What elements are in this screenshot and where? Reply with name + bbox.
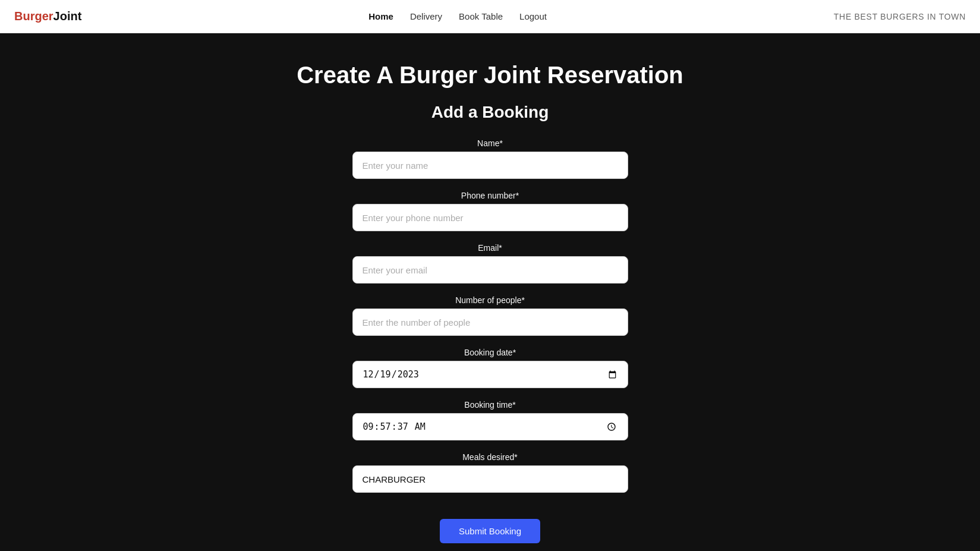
- logo: BurgerJoint: [14, 10, 81, 23]
- people-group: Number of people*: [352, 295, 628, 336]
- booking-form: Name* Phone number* Email* Number of peo…: [352, 138, 628, 543]
- email-group: Email*: [352, 243, 628, 284]
- main-content: Create A Burger Joint Reservation Add a …: [0, 33, 980, 551]
- page-title: Create A Burger Joint Reservation: [297, 62, 683, 89]
- name-input[interactable]: [352, 152, 628, 179]
- form-section-title: Add a Booking: [431, 103, 549, 122]
- phone-group: Phone number*: [352, 191, 628, 231]
- name-label: Name*: [352, 138, 628, 148]
- logo-joint: Joint: [53, 10, 82, 23]
- date-group: Booking date*: [352, 348, 628, 388]
- nav-home[interactable]: Home: [368, 11, 393, 21]
- time-input[interactable]: [352, 413, 628, 440]
- name-group: Name*: [352, 138, 628, 179]
- email-input[interactable]: [352, 256, 628, 284]
- phone-input[interactable]: [352, 204, 628, 231]
- time-label: Booking time*: [352, 400, 628, 410]
- nav-book-table[interactable]: Book Table: [459, 11, 503, 21]
- nav-logout[interactable]: Logout: [519, 11, 547, 21]
- people-input[interactable]: [352, 308, 628, 336]
- email-label: Email*: [352, 243, 628, 253]
- nav-links: Home Delivery Book Table Logout: [368, 11, 547, 21]
- people-label: Number of people*: [352, 295, 628, 305]
- meals-label: Meals desired*: [352, 452, 628, 462]
- phone-label: Phone number*: [352, 191, 628, 200]
- date-input[interactable]: [352, 361, 628, 388]
- nav-delivery[interactable]: Delivery: [410, 11, 442, 21]
- submit-button[interactable]: Submit Booking: [440, 519, 540, 543]
- navbar: BurgerJoint Home Delivery Book Table Log…: [0, 0, 980, 33]
- meals-input[interactable]: [352, 465, 628, 493]
- meals-group: Meals desired*: [352, 452, 628, 493]
- date-label: Booking date*: [352, 348, 628, 357]
- tagline: THE BEST BURGERS IN TOWN: [834, 12, 966, 21]
- time-group: Booking time*: [352, 400, 628, 440]
- logo-burger: Burger: [14, 10, 53, 23]
